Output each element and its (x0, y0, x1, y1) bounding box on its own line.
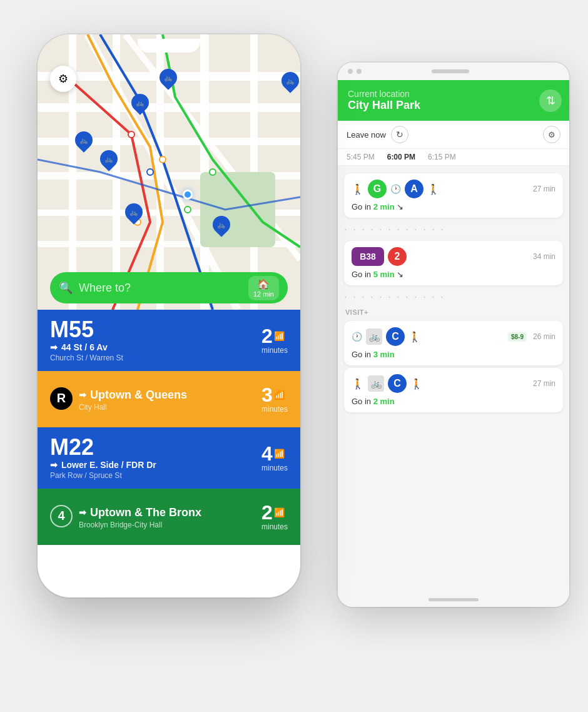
route-total-4: 27 min (533, 379, 555, 388)
svg-rect-14 (200, 172, 275, 247)
green-header: Current location City Hall Park ⇅ (338, 80, 569, 121)
svg-rect-2 (38, 103, 300, 112)
wifi-icon: 📶 (274, 332, 285, 340)
route-name-m55: M55 (50, 318, 288, 341)
route-badge-C-3: C (386, 327, 405, 346)
search-icon: 🔍 (59, 281, 73, 295)
transit-time-m22: 4 📶 minutes (261, 444, 288, 472)
arrow-icon-r: ➡ (79, 390, 86, 400)
settings-button[interactable]: ⚙ (50, 66, 76, 92)
time-opt-1[interactable]: 5:45 PM (347, 153, 375, 161)
transit-item-r[interactable]: R ➡ Uptown & Queens City Hall 3 📶 minute… (38, 371, 300, 427)
route-card-4[interactable]: 🚶 🚲 C 🚶 27 min Go in 2 min (344, 368, 563, 412)
home-badge: 🏠 12 min (248, 276, 279, 300)
depart-label: Leave now (347, 130, 386, 140)
route-card-2[interactable]: B38 2 34 min Go in 5 min ↘ (344, 241, 563, 285)
route-badge-A: A (405, 180, 423, 198)
destination-value: City Hall Park (348, 99, 559, 112)
home-icon: 🏠 (257, 278, 270, 290)
route-badge-C-4: C (388, 374, 407, 393)
route-badge-2: 2 (388, 247, 407, 266)
bike-icon-4: 🚲 (368, 375, 384, 392)
transit-item-4[interactable]: 4 ➡ Uptown & The Bronx Brooklyn Bridge-C… (38, 489, 300, 545)
route-total-2: 34 min (533, 252, 555, 261)
settings-icon-depart: ⚙ (548, 130, 555, 140)
price-badge-3: $8-9 (508, 332, 527, 342)
bike-pin-1: 🚲 (131, 94, 149, 111)
route-go-4: Go in 2 min (352, 397, 395, 406)
transit-item-m55[interactable]: M55 ➡ 44 St / 6 Av Church St / Warren St… (38, 310, 300, 371)
visit-plus-label: VISIT+ (338, 306, 569, 318)
phone2-speaker (432, 69, 469, 73)
citibike-icon: 🚲 (366, 328, 382, 345)
transit-list: M55 ➡ 44 St / 6 Av Church St / Warren St… (38, 310, 300, 598)
time-opt-2[interactable]: 6:00 PM (387, 153, 415, 161)
swap-icon: ⇅ (546, 94, 555, 108)
clock-icon-1: 🕐 (390, 184, 401, 194)
depart-bar: Leave now ↻ ⚙ (338, 121, 569, 149)
phone2-top-bar (338, 63, 569, 80)
transit-item-m22[interactable]: M22 ➡ Lower E. Side / FDR Dr Park Row / … (38, 427, 300, 489)
current-location-dot (183, 190, 193, 200)
route-card-3[interactable]: 🕐 🚲 C 🚶 $8-9 26 min Go in 3 min (344, 321, 563, 365)
route-name-m22: M22 (50, 436, 288, 459)
route-badge-B38: B38 (352, 247, 384, 266)
route-card-1[interactable]: 🚶 G 🕐 A 🚶 27 min Go in 2 min ↘ (344, 173, 563, 218)
svg-point-16 (147, 169, 153, 175)
bike-pin-2: 🚲 (160, 69, 177, 86)
transit-direction-m55: ➡ 44 St / 6 Av (50, 342, 288, 352)
divider-1: · · · · · · · · · · · · (338, 220, 569, 238)
home-indicator (428, 598, 479, 601)
route-go-1: Go in 2 min ↘ (352, 202, 403, 211)
transit-stop-4: Brooklyn Bridge-City Hall (79, 521, 201, 529)
search-placeholder: Where to? (79, 282, 242, 295)
phone2-camera-dots (348, 69, 362, 74)
transit-direction-4: ➡ Uptown & The Bronx (79, 506, 201, 519)
bike-pin-3: 🚲 (281, 72, 299, 89)
gear-icon: ⚙ (58, 72, 68, 86)
route-badge-G: G (368, 180, 387, 198)
bike-pin-7: 🚲 (213, 216, 230, 233)
svg-point-20 (210, 169, 216, 175)
route-badge-r: R (50, 387, 73, 410)
phone1: 🚲 🚲 🚲 🚲 🚲 🚲 (38, 34, 300, 598)
svg-point-17 (160, 156, 166, 163)
refresh-button[interactable]: ↻ (391, 126, 408, 143)
time-selector: 5:45 PM 6:00 PM 6:15 PM (338, 149, 569, 166)
walk-icon-1: 🚶 (352, 183, 364, 195)
transit-time-r: 3 📶 minutes (261, 385, 288, 414)
clock-icon-3: 🕐 (352, 332, 362, 342)
phone1-notch-area (38, 34, 300, 57)
map-area: 🚲 🚲 🚲 🚲 🚲 🚲 (38, 34, 300, 310)
sensor-dot (357, 69, 362, 74)
time-opt-3[interactable]: 6:15 PM (428, 153, 456, 161)
bike-pin-4: 🚲 (100, 150, 118, 168)
arrow-icon-m22: ➡ (50, 460, 58, 470)
arrow-icon-4: ➡ (79, 507, 86, 517)
transit-direction-m22: ➡ Lower E. Side / FDR Dr (50, 460, 288, 470)
transit-direction-r: ➡ Uptown & Queens (79, 389, 187, 402)
arrow-icon: ➡ (50, 342, 58, 352)
refresh-icon: ↻ (396, 130, 403, 140)
wifi-icon-4: 📶 (274, 508, 285, 517)
swap-button[interactable]: ⇅ (539, 89, 562, 112)
route-go-2: Go in 5 min ↘ (352, 270, 403, 279)
route-card-4-top: 🚶 🚲 C 🚶 27 min (352, 374, 555, 393)
divider-2: · · · · · · · · · · · · (338, 288, 569, 306)
route-card-1-top: 🚶 G 🕐 A 🚶 27 min (352, 180, 555, 198)
walk-icon-4: 🚶 (352, 378, 364, 390)
route-badge-4: 4 (50, 505, 73, 527)
depart-settings-button[interactable]: ⚙ (543, 126, 560, 143)
route-total-1: 27 min (533, 185, 555, 193)
walk-icon-4b: 🚶 (410, 378, 423, 390)
camera-dot (348, 69, 353, 74)
wifi-icon-r: 📶 (274, 390, 285, 399)
search-bar[interactable]: 🔍 Where to? 🏠 12 min (50, 272, 288, 303)
home-minutes: 12 min (253, 290, 274, 298)
routes-list: 🚶 G 🕐 A 🚶 27 min Go in 2 min ↘ · · · · ·… (338, 166, 569, 592)
transit-time-4: 2 📶 minutes (261, 502, 288, 531)
phone2: Current location City Hall Park ⇅ Leave … (338, 63, 569, 607)
svg-point-15 (128, 131, 134, 138)
walk-icon-1b: 🚶 (427, 183, 440, 195)
transit-stop-r: City Hall (79, 403, 187, 412)
